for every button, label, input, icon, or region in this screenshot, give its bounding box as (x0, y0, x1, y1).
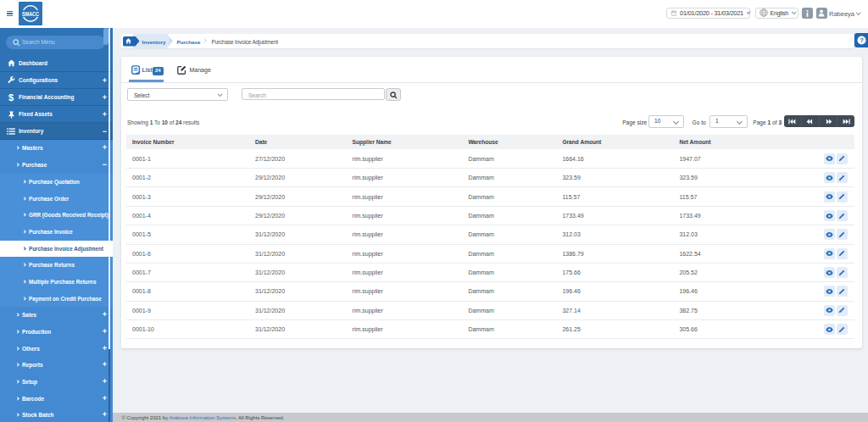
svg-text:?: ? (860, 36, 864, 44)
svg-text:SMACC: SMACC (22, 11, 39, 17)
